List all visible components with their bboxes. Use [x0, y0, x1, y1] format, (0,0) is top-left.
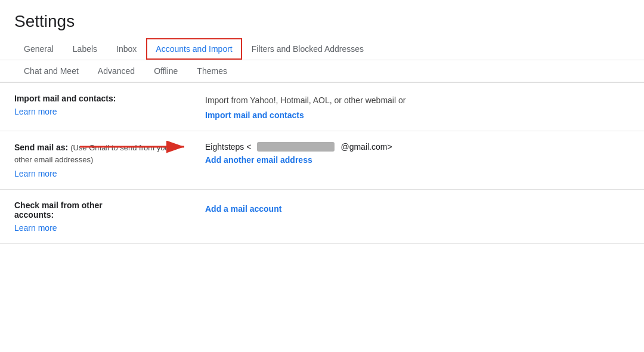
- tab-offline[interactable]: Offline: [144, 60, 187, 82]
- section-check-mail: Check mail from otheraccounts: Learn mor…: [0, 190, 644, 244]
- email-name: Eightsteps <: [205, 142, 251, 152]
- tab-filters[interactable]: Filters and Blocked Addresses: [242, 38, 373, 60]
- send-mail-action-link[interactable]: Add another email address: [205, 155, 630, 165]
- send-mail-email-row: Eightsteps < @gmail.com>: [205, 142, 392, 152]
- page-title: Settings: [0, 0, 644, 38]
- tab-general[interactable]: General: [14, 38, 63, 60]
- settings-table: Import mail and contacts: Learn more Imp…: [0, 83, 644, 244]
- tabs-row-1: General Labels Inbox Accounts and Import…: [0, 38, 644, 60]
- tab-accounts-import[interactable]: Accounts and Import: [146, 38, 242, 60]
- tab-chat-meet[interactable]: Chat and Meet: [14, 60, 88, 82]
- tab-inbox[interactable]: Inbox: [107, 38, 146, 60]
- section-send-mail: Send mail as: (Use Gmail to send from yo…: [0, 131, 644, 190]
- import-mail-action-link[interactable]: Import mail and contacts: [205, 110, 630, 120]
- import-mail-value-text: Import from Yahoo!, Hotmail, AOL, or oth…: [205, 95, 405, 105]
- import-mail-label: Import mail and contacts:: [14, 94, 116, 103]
- section-import-mail: Import mail and contacts: Learn more Imp…: [0, 83, 644, 131]
- send-mail-learn-more[interactable]: Learn more: [14, 169, 177, 178]
- check-mail-label: Check mail from otheraccounts:: [14, 200, 103, 220]
- tab-themes[interactable]: Themes: [187, 60, 237, 82]
- send-mail-label: Send mail as:: [14, 143, 68, 152]
- tab-labels[interactable]: Labels: [63, 38, 107, 60]
- tabs-row-2: Chat and Meet Advanced Offline Themes: [0, 60, 644, 83]
- check-mail-action-link[interactable]: Add a mail account: [205, 204, 630, 214]
- tab-advanced[interactable]: Advanced: [88, 60, 144, 82]
- check-mail-learn-more[interactable]: Learn more: [14, 223, 177, 233]
- email-domain: @gmail.com>: [340, 142, 392, 152]
- email-blur: [257, 142, 335, 152]
- import-mail-learn-more[interactable]: Learn more: [14, 107, 177, 116]
